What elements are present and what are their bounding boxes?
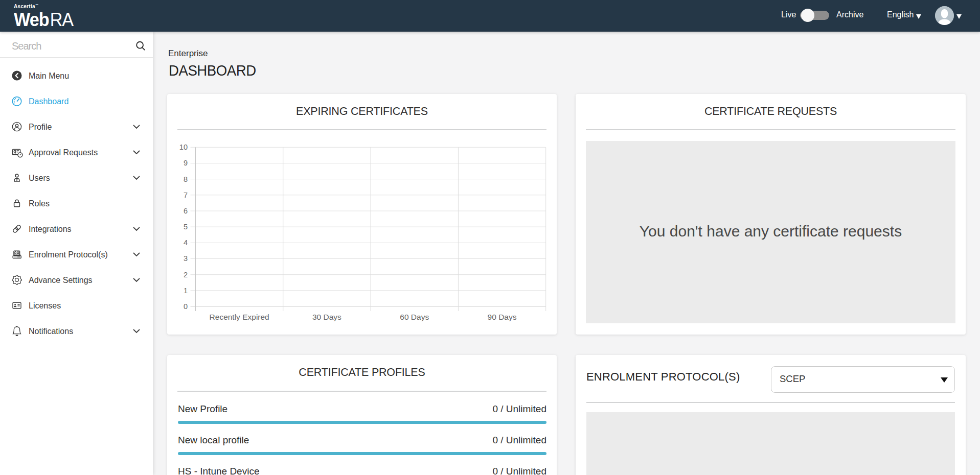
svg-text:3: 3 (184, 254, 188, 263)
svg-text:Recently Expired: Recently Expired (210, 313, 269, 321)
svg-text:0: 0 (184, 302, 188, 311)
svg-text:10: 10 (179, 143, 188, 151)
svg-text:5: 5 (184, 223, 188, 231)
svg-text:8: 8 (184, 175, 188, 183)
svg-text:9: 9 (184, 159, 188, 167)
svg-text:90 Days: 90 Days (488, 313, 517, 321)
svg-text:2: 2 (184, 271, 188, 279)
svg-text:7: 7 (184, 191, 188, 199)
svg-text:6: 6 (184, 207, 188, 215)
svg-text:30 Days: 30 Days (312, 313, 341, 321)
svg-text:4: 4 (184, 239, 188, 247)
svg-text:60 Days: 60 Days (400, 313, 429, 321)
svg-text:1: 1 (184, 287, 188, 295)
